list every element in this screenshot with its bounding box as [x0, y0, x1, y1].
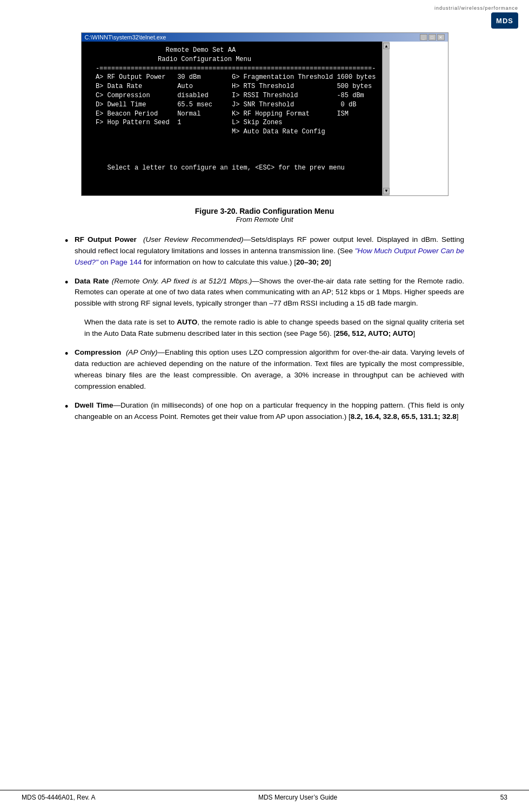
minimize-button[interactable]: _: [420, 34, 427, 40]
footer-center: MDS Mercury User’s Guide: [258, 794, 337, 801]
bullet-text-compression: Compression (AP Only)—Enabling this opti…: [75, 347, 464, 393]
terminal-title: C:\WINNT\system32\telnet.exe: [85, 34, 166, 40]
footer-right: 53: [500, 794, 507, 801]
terminal-controls[interactable]: _ □ ✕: [420, 34, 445, 40]
terminal-window: C:\WINNT\system32\telnet.exe _ □ ✕ Remot…: [81, 32, 448, 196]
label-compression: Compression: [75, 348, 121, 356]
scroll-down-arrow[interactable]: ▼: [383, 188, 390, 194]
bullet-text-rf-output: RF Output Power (User Review Recommended…: [75, 234, 464, 268]
logo-text: MDS: [496, 17, 513, 25]
rf-output-note: (User Review Recommended): [143, 235, 243, 243]
bullet-text-dwell-time: Dwell Time—Duration (in milliseconds) of…: [75, 400, 464, 423]
data-rate-note: (Remote Only. AP fixed is at 512/1 Mbps.…: [112, 277, 252, 285]
list-item: • Dwell Time—Duration (in milliseconds) …: [65, 400, 464, 423]
label-data-rate: Data Rate: [75, 277, 109, 285]
figure-caption: Figure 3-20. Radio Configuration Menu Fr…: [81, 207, 448, 224]
data-rate-extra-para: When the data rate is set to AUTO, the r…: [84, 317, 464, 340]
main-content: C:\WINNT\system32\telnet.exe _ □ ✕ Remot…: [0, 0, 529, 463]
bullet-list: • RF Output Power (User Review Recommend…: [65, 234, 464, 423]
header-logo: industrial/wireless/performance MDS: [434, 5, 518, 29]
content-section: • RF Output Power (User Review Recommend…: [65, 234, 464, 423]
footer-left: MDS 05-4446A01, Rev. A: [22, 794, 96, 801]
list-item-extra: When the data rate is set to AUTO, the r…: [65, 317, 464, 340]
page-footer: MDS 05-4446A01, Rev. A MDS Mercury User’…: [0, 790, 529, 801]
bullet-text-data-rate: Data Rate (Remote Only. AP fixed is at 5…: [75, 276, 464, 310]
bullet-dot: •: [65, 235, 75, 247]
terminal-titlebar-left: C:\WINNT\system32\telnet.exe: [85, 34, 166, 40]
maximize-button[interactable]: □: [428, 34, 436, 40]
terminal-body: Remote Demo Set AA Radio Configuration M…: [82, 42, 383, 195]
list-item: • Compression (AP Only)—Enabling this op…: [65, 347, 464, 393]
rf-output-link[interactable]: "How Much Output Power Can be Used?" on …: [75, 247, 464, 266]
figure-caption-title: Figure 3-20. Radio Configuration Menu: [81, 207, 448, 215]
mds-logo: MDS: [491, 12, 518, 29]
scroll-up-arrow[interactable]: ▲: [383, 43, 390, 49]
label-rf-output: RF Output Power: [75, 235, 137, 243]
list-item: • Data Rate (Remote Only. AP fixed is at…: [65, 276, 464, 310]
header-tagline: industrial/wireless/performance: [434, 5, 518, 11]
terminal-content: Remote Demo Set AA Radio Configuration M…: [88, 46, 376, 191]
bullet-dot: •: [65, 348, 75, 360]
bullet-dot: •: [65, 277, 75, 288]
terminal-wrapper: Remote Demo Set AA Radio Configuration M…: [82, 42, 448, 195]
bullet-dot: •: [65, 401, 75, 412]
compression-note: (AP Only): [126, 348, 158, 356]
label-dwell-time: Dwell Time: [75, 401, 113, 409]
close-button[interactable]: ✕: [437, 34, 445, 40]
scrollbar[interactable]: ▲ ▼: [382, 42, 390, 195]
list-item: • RF Output Power (User Review Recommend…: [65, 234, 464, 268]
figure-caption-subtitle: From Remote Unit: [81, 215, 448, 224]
terminal-titlebar: C:\WINNT\system32\telnet.exe _ □ ✕: [82, 33, 448, 42]
